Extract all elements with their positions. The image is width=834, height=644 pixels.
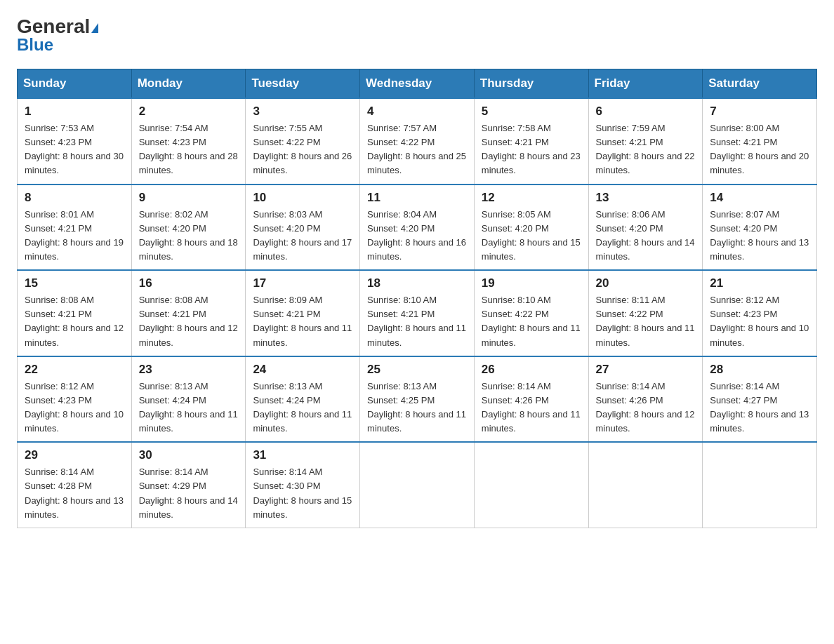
weekday-header-tuesday: Tuesday bbox=[246, 69, 360, 99]
day-info: Sunrise: 8:14 AMSunset: 4:27 PMDaylight:… bbox=[710, 381, 809, 434]
day-info: Sunrise: 7:53 AMSunset: 4:23 PMDaylight:… bbox=[25, 123, 124, 175]
calendar-cell: 13 Sunrise: 8:06 AMSunset: 4:20 PMDaylig… bbox=[588, 185, 703, 271]
calendar-table: SundayMondayTuesdayWednesdayThursdayFrid… bbox=[17, 69, 817, 528]
day-number: 24 bbox=[253, 363, 352, 377]
day-number: 27 bbox=[596, 363, 696, 377]
day-number: 14 bbox=[710, 191, 809, 205]
weekday-header-wednesday: Wednesday bbox=[360, 69, 475, 99]
day-info: Sunrise: 7:59 AMSunset: 4:21 PMDaylight:… bbox=[596, 123, 695, 175]
day-info: Sunrise: 8:05 AMSunset: 4:20 PMDaylight:… bbox=[482, 209, 581, 262]
calendar-cell: 3 Sunrise: 7:55 AMSunset: 4:22 PMDayligh… bbox=[246, 98, 360, 185]
calendar-week-row: 15 Sunrise: 8:08 AMSunset: 4:21 PMDaylig… bbox=[18, 270, 817, 356]
calendar-cell: 20 Sunrise: 8:11 AMSunset: 4:22 PMDaylig… bbox=[588, 270, 703, 356]
day-info: Sunrise: 8:10 AMSunset: 4:21 PMDaylight:… bbox=[367, 295, 466, 347]
day-number: 25 bbox=[367, 363, 467, 377]
logo-general: General bbox=[17, 17, 98, 36]
calendar-cell: 19 Sunrise: 8:10 AMSunset: 4:22 PMDaylig… bbox=[474, 270, 588, 356]
day-number: 16 bbox=[139, 276, 239, 290]
logo-arrow-icon bbox=[91, 23, 98, 33]
day-info: Sunrise: 8:13 AMSunset: 4:24 PMDaylight:… bbox=[253, 381, 352, 434]
day-info: Sunrise: 8:11 AMSunset: 4:22 PMDaylight:… bbox=[596, 295, 695, 347]
page-header: General Blue bbox=[17, 17, 817, 55]
day-info: Sunrise: 7:55 AMSunset: 4:22 PMDaylight:… bbox=[253, 123, 352, 175]
day-info: Sunrise: 7:58 AMSunset: 4:21 PMDaylight:… bbox=[482, 123, 581, 175]
calendar-cell: 14 Sunrise: 8:07 AMSunset: 4:20 PMDaylig… bbox=[703, 185, 817, 271]
calendar-cell: 21 Sunrise: 8:12 AMSunset: 4:23 PMDaylig… bbox=[703, 270, 817, 356]
day-number: 3 bbox=[253, 105, 352, 119]
calendar-week-row: 29 Sunrise: 8:14 AMSunset: 4:28 PMDaylig… bbox=[18, 442, 817, 528]
day-number: 20 bbox=[596, 276, 696, 290]
day-info: Sunrise: 7:54 AMSunset: 4:23 PMDaylight:… bbox=[139, 123, 238, 175]
calendar-cell: 31 Sunrise: 8:14 AMSunset: 4:30 PMDaylig… bbox=[246, 442, 360, 528]
day-number: 30 bbox=[139, 448, 239, 462]
calendar-cell bbox=[703, 442, 817, 528]
calendar-cell: 30 Sunrise: 8:14 AMSunset: 4:29 PMDaylig… bbox=[131, 442, 246, 528]
day-number: 8 bbox=[25, 191, 124, 205]
day-number: 11 bbox=[367, 191, 467, 205]
day-info: Sunrise: 8:10 AMSunset: 4:22 PMDaylight:… bbox=[482, 295, 581, 347]
day-number: 12 bbox=[482, 191, 581, 205]
day-info: Sunrise: 8:14 AMSunset: 4:26 PMDaylight:… bbox=[596, 381, 695, 434]
day-number: 31 bbox=[253, 448, 352, 462]
day-number: 4 bbox=[367, 105, 467, 119]
calendar-cell: 1 Sunrise: 7:53 AMSunset: 4:23 PMDayligh… bbox=[18, 98, 132, 185]
calendar-cell: 28 Sunrise: 8:14 AMSunset: 4:27 PMDaylig… bbox=[703, 356, 817, 443]
calendar-cell: 10 Sunrise: 8:03 AMSunset: 4:20 PMDaylig… bbox=[246, 185, 360, 271]
calendar-cell: 26 Sunrise: 8:14 AMSunset: 4:26 PMDaylig… bbox=[474, 356, 588, 443]
day-number: 2 bbox=[139, 105, 239, 119]
day-number: 5 bbox=[482, 105, 581, 119]
calendar-cell bbox=[474, 442, 588, 528]
day-number: 28 bbox=[710, 363, 809, 377]
day-number: 21 bbox=[710, 276, 809, 290]
calendar-week-row: 1 Sunrise: 7:53 AMSunset: 4:23 PMDayligh… bbox=[18, 98, 817, 185]
day-info: Sunrise: 8:02 AMSunset: 4:20 PMDaylight:… bbox=[139, 209, 238, 262]
weekday-header-thursday: Thursday bbox=[474, 69, 588, 99]
weekday-header-saturday: Saturday bbox=[703, 69, 817, 99]
calendar-cell: 11 Sunrise: 8:04 AMSunset: 4:20 PMDaylig… bbox=[360, 185, 475, 271]
day-info: Sunrise: 8:01 AMSunset: 4:21 PMDaylight:… bbox=[25, 209, 124, 262]
logo: General Blue bbox=[17, 17, 98, 55]
day-info: Sunrise: 8:08 AMSunset: 4:21 PMDaylight:… bbox=[139, 295, 238, 347]
calendar-cell bbox=[588, 442, 703, 528]
calendar-cell: 23 Sunrise: 8:13 AMSunset: 4:24 PMDaylig… bbox=[131, 356, 246, 443]
day-number: 29 bbox=[25, 448, 124, 462]
day-info: Sunrise: 8:00 AMSunset: 4:21 PMDaylight:… bbox=[710, 123, 809, 175]
day-info: Sunrise: 8:12 AMSunset: 4:23 PMDaylight:… bbox=[710, 295, 809, 347]
calendar-cell: 8 Sunrise: 8:01 AMSunset: 4:21 PMDayligh… bbox=[18, 185, 132, 271]
day-info: Sunrise: 8:14 AMSunset: 4:30 PMDaylight:… bbox=[253, 467, 352, 519]
day-number: 23 bbox=[139, 363, 239, 377]
day-info: Sunrise: 8:12 AMSunset: 4:23 PMDaylight:… bbox=[25, 381, 124, 434]
calendar-cell: 25 Sunrise: 8:13 AMSunset: 4:25 PMDaylig… bbox=[360, 356, 475, 443]
day-info: Sunrise: 8:07 AMSunset: 4:20 PMDaylight:… bbox=[710, 209, 809, 262]
day-number: 7 bbox=[710, 105, 809, 119]
day-info: Sunrise: 8:14 AMSunset: 4:29 PMDaylight:… bbox=[139, 467, 238, 519]
calendar-cell: 4 Sunrise: 7:57 AMSunset: 4:22 PMDayligh… bbox=[360, 98, 475, 185]
calendar-cell: 29 Sunrise: 8:14 AMSunset: 4:28 PMDaylig… bbox=[18, 442, 132, 528]
day-number: 15 bbox=[25, 276, 124, 290]
day-number: 9 bbox=[139, 191, 239, 205]
day-info: Sunrise: 8:14 AMSunset: 4:26 PMDaylight:… bbox=[482, 381, 581, 434]
day-number: 26 bbox=[482, 363, 581, 377]
day-number: 19 bbox=[482, 276, 581, 290]
calendar-cell: 16 Sunrise: 8:08 AMSunset: 4:21 PMDaylig… bbox=[131, 270, 246, 356]
day-number: 22 bbox=[25, 363, 124, 377]
calendar-cell: 6 Sunrise: 7:59 AMSunset: 4:21 PMDayligh… bbox=[588, 98, 703, 185]
weekday-header-sunday: Sunday bbox=[18, 69, 132, 99]
day-number: 17 bbox=[253, 276, 352, 290]
day-info: Sunrise: 7:57 AMSunset: 4:22 PMDaylight:… bbox=[367, 123, 466, 175]
calendar-cell: 22 Sunrise: 8:12 AMSunset: 4:23 PMDaylig… bbox=[18, 356, 132, 443]
day-info: Sunrise: 8:14 AMSunset: 4:28 PMDaylight:… bbox=[25, 467, 124, 519]
day-info: Sunrise: 8:08 AMSunset: 4:21 PMDaylight:… bbox=[25, 295, 124, 347]
calendar-cell: 12 Sunrise: 8:05 AMSunset: 4:20 PMDaylig… bbox=[474, 185, 588, 271]
weekday-header-monday: Monday bbox=[131, 69, 246, 99]
calendar-cell: 17 Sunrise: 8:09 AMSunset: 4:21 PMDaylig… bbox=[246, 270, 360, 356]
day-info: Sunrise: 8:04 AMSunset: 4:20 PMDaylight:… bbox=[367, 209, 466, 262]
day-info: Sunrise: 8:03 AMSunset: 4:20 PMDaylight:… bbox=[253, 209, 352, 262]
calendar-cell: 9 Sunrise: 8:02 AMSunset: 4:20 PMDayligh… bbox=[131, 185, 246, 271]
calendar-cell bbox=[360, 442, 475, 528]
logo-blue: Blue bbox=[17, 35, 53, 55]
day-number: 6 bbox=[596, 105, 696, 119]
calendar-cell: 2 Sunrise: 7:54 AMSunset: 4:23 PMDayligh… bbox=[131, 98, 246, 185]
day-number: 10 bbox=[253, 191, 352, 205]
day-number: 18 bbox=[367, 276, 467, 290]
